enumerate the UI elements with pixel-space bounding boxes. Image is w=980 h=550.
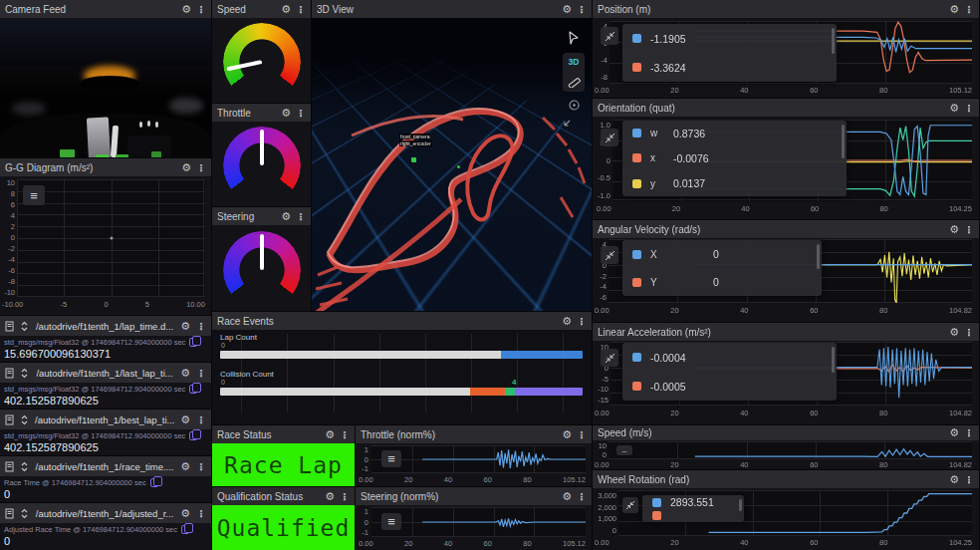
legend-collapsed-button[interactable]: – [616, 445, 632, 455]
unfold-icon[interactable] [20, 368, 29, 379]
legend-collapse-button[interactable] [601, 246, 618, 264]
settings-gear-icon[interactable]: ⚙ [180, 321, 190, 332]
kebab-menu-icon[interactable]: ⋮ [196, 162, 206, 173]
kebab-menu-icon[interactable]: ⋮ [296, 211, 306, 222]
kebab-menu-icon[interactable]: ⋮ [196, 368, 206, 379]
state-transitions-canvas[interactable]: Lap Count 0 Collision Count 0 4 [212, 330, 592, 424]
raw-message-header[interactable]: /autodrive/f1tenth_1/best_lap_ti... ⚙ ⋮ [0, 410, 211, 429]
legend-collapse-button[interactable] [622, 497, 638, 513]
legend-row[interactable]: -0.0004 [622, 352, 837, 364]
throttle-norm-plot[interactable]: ≡ [371, 445, 586, 473]
kebab-menu-icon[interactable]: ⋮ [577, 4, 587, 15]
legend-row-clipped[interactable] [642, 509, 744, 522]
legend-row[interactable]: X0 [622, 248, 822, 260]
legend-row[interactable]: w0.8736 [622, 128, 847, 139]
copy-icon[interactable] [181, 525, 189, 534]
settings-gear-icon[interactable]: ⚙ [181, 4, 191, 15]
plot-legend[interactable]: 2893.551 [642, 495, 744, 522]
raw-message-header[interactable]: /autodrive/f1tenth_1/race_time.... ⚙ ⋮ [0, 456, 211, 476]
settings-gear-icon[interactable]: ⚙ [325, 491, 335, 502]
settings-gear-icon[interactable]: ⚙ [949, 427, 959, 438]
kebab-menu-icon[interactable]: ⋮ [196, 461, 206, 472]
kebab-menu-icon[interactable]: ⋮ [340, 491, 350, 502]
unfold-icon[interactable] [20, 321, 29, 332]
settings-gear-icon[interactable]: ⚙ [949, 327, 959, 338]
settings-gear-icon[interactable]: ⚙ [180, 508, 190, 519]
legend-row[interactable]: 2893.551 [642, 495, 744, 509]
unfold-icon[interactable] [20, 414, 29, 425]
legend-toggle-button[interactable]: ≡ [381, 513, 401, 530]
copy-icon[interactable] [189, 385, 197, 394]
kebab-menu-icon[interactable]: ⋮ [196, 414, 206, 425]
kebab-menu-icon[interactable]: ⋮ [577, 429, 587, 440]
kebab-menu-icon[interactable]: ⋮ [964, 224, 974, 235]
plot-legend[interactable]: X0 Y0 [622, 240, 822, 296]
settings-gear-icon[interactable]: ⚙ [562, 429, 572, 440]
plot-legend[interactable]: -0.0004 -0.0005 [622, 343, 837, 401]
legend-row[interactable]: -0.0005 [622, 381, 837, 393]
kebab-menu-icon[interactable]: ⋮ [196, 321, 206, 332]
legend-row[interactable]: Y0 [622, 276, 822, 288]
kebab-menu-icon[interactable]: ⋮ [577, 491, 587, 502]
raw-message-header[interactable]: /autodrive/f1tenth_1/lap_time.d... ⚙ ⋮ [0, 316, 211, 336]
speed-plot[interactable]: – [609, 441, 972, 459]
settings-gear-icon[interactable]: ⚙ [325, 429, 335, 440]
topic-path[interactable]: /autodrive/f1tenth_1/lap_time.d... [35, 321, 174, 332]
settings-gear-icon[interactable]: ⚙ [281, 4, 291, 15]
collision-count-bar[interactable] [220, 388, 583, 396]
plot-legend[interactable]: w0.8736 x-0.0076 y0.0137 [622, 121, 847, 196]
legend-toggle-button[interactable]: ≡ [381, 450, 401, 467]
settings-gear-icon[interactable]: ⚙ [281, 211, 291, 222]
settings-gear-icon[interactable]: ⚙ [180, 368, 190, 379]
kebab-menu-icon[interactable]: ⋮ [196, 4, 206, 15]
topic-path[interactable]: /autodrive/f1tenth_1/adjusted_r... [35, 508, 174, 519]
kebab-menu-icon[interactable]: ⋮ [296, 108, 306, 119]
gg-plot[interactable]: ≡ [17, 179, 205, 297]
raw-message-header[interactable]: /autodrive/f1tenth_1/last_lap_ti... ⚙ ⋮ [0, 363, 211, 383]
resize-corner-icon[interactable] [563, 119, 572, 128]
legend-scrollbar[interactable] [739, 499, 742, 511]
kebab-menu-icon[interactable]: ⋮ [296, 4, 306, 15]
legend-scrollbar[interactable] [817, 244, 820, 269]
unfold-icon[interactable] [20, 461, 29, 472]
legend-collapse-button[interactable] [601, 349, 618, 367]
kebab-menu-icon[interactable]: ⋮ [196, 508, 206, 519]
lap-count-bar[interactable] [220, 351, 583, 359]
legend-row[interactable]: x-0.0076 [622, 152, 847, 164]
legend-scrollbar[interactable] [832, 347, 835, 373]
kebab-menu-icon[interactable]: ⋮ [964, 4, 974, 15]
raw-message-header[interactable]: /autodrive/f1tenth_1/adjusted_r... ⚙ ⋮ [0, 503, 211, 523]
kebab-menu-icon[interactable]: ⋮ [340, 429, 350, 440]
legend-row[interactable]: y0.0137 [622, 177, 847, 189]
settings-gear-icon[interactable]: ⚙ [180, 414, 190, 425]
topic-path[interactable]: /autodrive/f1tenth_1/last_lap_ti... [35, 368, 174, 379]
legend-row[interactable]: -1.1905 [622, 33, 837, 45]
settings-gear-icon[interactable]: ⚙ [949, 474, 959, 485]
settings-gear-icon[interactable]: ⚙ [949, 4, 959, 15]
kebab-menu-icon[interactable]: ⋮ [964, 103, 974, 114]
steering-norm-plot[interactable]: ≡ [371, 507, 586, 537]
legend-row[interactable]: -3.3624 [622, 62, 837, 74]
legend-scrollbar[interactable] [832, 28, 835, 54]
legend-collapse-button[interactable] [601, 27, 618, 45]
copy-icon[interactable] [150, 478, 158, 487]
measure-tool-icon[interactable] [568, 75, 581, 88]
kebab-menu-icon[interactable]: ⋮ [964, 427, 974, 438]
settings-gear-icon[interactable]: ⚙ [949, 103, 959, 114]
settings-gear-icon[interactable]: ⚙ [562, 491, 572, 502]
settings-gear-icon[interactable]: ⚙ [180, 461, 190, 472]
settings-gear-icon[interactable]: ⚙ [949, 224, 959, 235]
view3d-canvas[interactable]: front_camera right_encoder 3D [312, 18, 592, 311]
kebab-menu-icon[interactable]: ⋮ [964, 474, 974, 485]
copy-icon[interactable] [189, 338, 197, 347]
topic-path[interactable]: /autodrive/f1tenth_1/best_lap_ti... [35, 414, 174, 425]
settings-gear-icon[interactable]: ⚙ [281, 108, 291, 119]
settings-gear-icon[interactable]: ⚙ [181, 162, 191, 173]
settings-gear-icon[interactable]: ⚙ [562, 4, 572, 15]
kebab-menu-icon[interactable]: ⋮ [577, 316, 587, 327]
legend-scrollbar[interactable] [842, 125, 845, 158]
3d-mode-button[interactable]: 3D [569, 57, 580, 67]
topic-path[interactable]: /autodrive/f1tenth_1/race_time.... [35, 461, 174, 472]
cursor-tool-icon[interactable] [566, 30, 582, 46]
copy-icon[interactable] [189, 431, 197, 440]
